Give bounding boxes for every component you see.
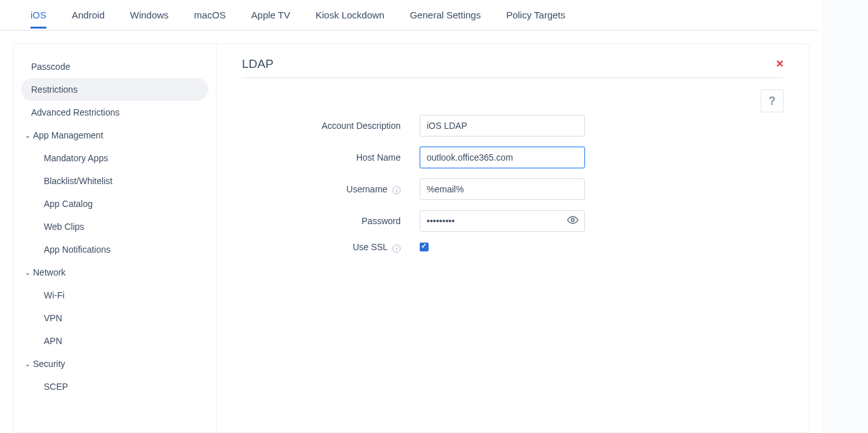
username-field[interactable] [420, 178, 585, 200]
tab-android[interactable]: Android [72, 1, 105, 29]
tab-kiosk-lockdown[interactable]: Kiosk Lockdown [316, 1, 384, 29]
tab-macos[interactable]: macOS [194, 1, 226, 29]
sidebar-group-label: App Management [33, 130, 103, 140]
sidebar-group-network[interactable]: ⌄ Network [21, 261, 208, 284]
tab-general-settings[interactable]: General Settings [410, 1, 481, 29]
account-description-field[interactable] [420, 115, 585, 137]
content-header: LDAP × [242, 57, 784, 78]
sidebar-group-app-management[interactable]: ⌄ App Management [21, 124, 208, 147]
use-ssl-checkbox[interactable] [420, 243, 429, 251]
password-wrapper [420, 210, 585, 232]
sidebar-item-web-clips[interactable]: Web Clips [21, 215, 208, 238]
sidebar-item-apn[interactable]: APN [21, 330, 208, 352]
row-use-ssl: Use SSL i [242, 242, 784, 253]
chevron-down-icon: ⌄ [25, 360, 30, 368]
sidebar-item-blacklist-whitelist[interactable]: Blacklist/Whitelist [21, 170, 208, 192]
label-password: Password [242, 216, 420, 226]
chevron-down-icon: ⌄ [25, 131, 30, 140]
tab-policy-targets[interactable]: Policy Targets [506, 1, 565, 29]
info-icon[interactable]: i [392, 186, 401, 194]
sidebar-item-vpn[interactable]: VPN [21, 307, 208, 330]
tab-ios[interactable]: iOS [30, 1, 46, 29]
content-area: LDAP × ? Account Description Host Name U… [217, 44, 809, 432]
sidebar-item-restrictions[interactable]: Restrictions [21, 78, 208, 101]
sidebar-item-app-notifications[interactable]: App Notifications [21, 238, 208, 261]
main-panel: Passcode Restrictions Advanced Restricti… [13, 43, 810, 433]
close-icon[interactable]: × [776, 57, 784, 71]
eye-icon[interactable] [567, 216, 578, 227]
ldap-form: Account Description Host Name Username i… [242, 112, 784, 253]
tab-apple-tv[interactable]: Apple TV [251, 1, 290, 29]
host-name-field[interactable] [420, 147, 585, 168]
label-use-ssl: Use SSL i [242, 242, 420, 253]
sidebar-group-security[interactable]: ⌄ Security [21, 352, 208, 375]
sidebar-group-label: Network [33, 267, 65, 277]
platform-tabs: iOS Android Windows macOS Apple TV Kiosk… [0, 0, 819, 30]
row-password: Password [242, 210, 784, 232]
sidebar-item-wifi[interactable]: Wi-Fi [21, 284, 208, 307]
sidebar-group-label: Security [33, 359, 65, 369]
right-gutter [822, 0, 868, 433]
sidebar-item-advanced-restrictions[interactable]: Advanced Restrictions [21, 101, 208, 124]
info-icon[interactable]: i [392, 244, 401, 253]
row-account-description: Account Description [242, 115, 784, 137]
svg-point-0 [571, 218, 575, 222]
label-username: Username i [242, 184, 420, 195]
row-username: Username i [242, 178, 784, 200]
row-host-name: Host Name [242, 147, 784, 168]
sidebar-item-scep[interactable]: SCEP [21, 375, 208, 398]
label-account-description: Account Description [242, 121, 420, 131]
label-host-name: Host Name [242, 152, 420, 163]
sidebar-item-mandatory-apps[interactable]: Mandatory Apps [21, 147, 208, 170]
password-field[interactable] [420, 210, 585, 232]
label-text: Use SSL [352, 242, 387, 252]
tab-windows[interactable]: Windows [130, 1, 169, 29]
page-title: LDAP [242, 57, 274, 71]
label-text: Username [347, 184, 388, 194]
sidebar: Passcode Restrictions Advanced Restricti… [13, 44, 217, 432]
chevron-down-icon: ⌄ [25, 269, 30, 277]
help-button[interactable]: ? [761, 90, 784, 112]
sidebar-item-passcode[interactable]: Passcode [21, 55, 208, 78]
sidebar-item-app-catalog[interactable]: App Catalog [21, 192, 208, 215]
